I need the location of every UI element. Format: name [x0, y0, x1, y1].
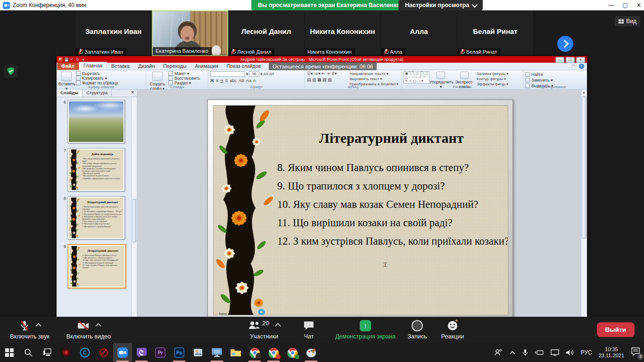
participant-tile[interactable]: Никита КононихинНикита Кононихин	[305, 10, 381, 56]
viber-app-icon[interactable]	[132, 343, 151, 362]
font-name-combobox[interactable]	[210, 71, 245, 77]
participants-count: 20	[262, 320, 269, 327]
ribbon-tab-дизайн[interactable]: Дизайн	[134, 63, 159, 70]
chrome-profile3-icon[interactable]	[283, 343, 302, 362]
zoom-app-icon[interactable]	[113, 343, 132, 362]
participants-button[interactable]: 20 Участники	[238, 320, 290, 340]
ribbon-tab-главная[interactable]: Главная	[79, 62, 107, 70]
slide-thumbnail[interactable]	[67, 100, 125, 143]
collapse-ribbon-icon[interactable]: ◠	[571, 64, 575, 69]
copy-button[interactable]: Копировать ▾	[76, 76, 144, 81]
ppt-restore-button[interactable]: ❐	[566, 57, 575, 63]
my-computer-icon[interactable]	[207, 343, 226, 362]
powerpoint-titlebar[interactable]: P 💾 ↶ ↻ ▾ Андрей Чайковський.За сестрою …	[57, 56, 587, 63]
font-style-button[interactable]: Аа	[246, 78, 251, 83]
power-tray-icon[interactable]	[535, 350, 544, 355]
chat-button[interactable]: Чат	[297, 320, 321, 340]
record-button[interactable]: Запись	[403, 320, 431, 340]
minimize-button[interactable]: —	[609, 2, 614, 8]
audio-options-chevron[interactable]	[35, 323, 41, 329]
ccleaner-app-icon[interactable]: C	[75, 343, 94, 362]
view-layout-button[interactable]: Вид	[615, 16, 640, 26]
shrink-font-icon[interactable]: А˅	[269, 72, 274, 76]
ribbon-tab-переходы[interactable]: Переходы	[159, 63, 190, 70]
font-style-button[interactable]: Ж	[210, 78, 214, 83]
notification-center-button[interactable]: 3	[631, 347, 640, 358]
tab-outline[interactable]: Структура	[83, 90, 112, 97]
text-direction-button[interactable]: Направление текста ▾	[350, 71, 398, 76]
start-video-button[interactable]: Включить видео	[60, 320, 117, 340]
leave-button[interactable]: Выйти	[597, 322, 635, 337]
shape-fill-button[interactable]: Заливка фигуры ▾	[477, 71, 508, 76]
reset-button[interactable]: Восстановить	[168, 76, 206, 81]
chrome-profile2-icon[interactable]	[264, 343, 283, 362]
participant-tile[interactable]: АллаАлла	[381, 10, 457, 56]
microphone-tray-icon[interactable]	[522, 349, 528, 356]
participant-tile[interactable]: Екатерина Василенко	[152, 10, 228, 56]
people-tray-icon[interactable]	[494, 349, 503, 356]
shapes-gallery[interactable]: ▣ ╲ ╲ ▭ ◯ ▢ △ ⌐ ⌐ ⇨ ⇩ ◠ ✎ ∿ ( ) ☆ ▾	[404, 71, 429, 83]
photoshop-app-icon[interactable]: Ps	[170, 343, 189, 362]
display-tray-icon[interactable]	[551, 349, 559, 356]
search-icon[interactable]	[19, 343, 38, 362]
participants-chevron[interactable]	[275, 323, 281, 329]
file-explorer-icon[interactable]	[226, 343, 245, 362]
slide-thumbnail[interactable]: Літературний диктант8. Яким чином Павлус…	[67, 244, 126, 288]
font-style-button[interactable]: abc	[230, 78, 237, 83]
replace-button[interactable]: Заменить ▾	[525, 78, 578, 82]
start-icon[interactable]	[0, 343, 19, 362]
pane-scrollbar[interactable]	[131, 97, 137, 318]
ribbon-tab-файл[interactable]: Файл	[57, 63, 79, 70]
find-button[interactable]: Найти	[525, 72, 578, 77]
ribbon-tab-показ-слайдов[interactable]: Показ слайдов	[223, 63, 265, 70]
font-size-combobox[interactable]: 36	[249, 71, 259, 77]
ppt-minimize-button[interactable]: —	[555, 57, 564, 63]
cut-button[interactable]: Вырезать	[76, 71, 144, 76]
font-style-button[interactable]: АВ	[239, 78, 244, 83]
task-view-icon[interactable]	[38, 343, 57, 362]
unmute-button[interactable]: Включить звук	[4, 320, 56, 340]
close-button[interactable]: ✕	[636, 2, 641, 8]
blocked-app-icon[interactable]	[94, 343, 113, 362]
volume-tray-icon[interactable]	[566, 349, 574, 356]
security-app-icon[interactable]	[57, 343, 75, 362]
taskbar-clock[interactable]: 10:35 23.11.2021	[599, 346, 624, 359]
ribbon-tab-вставка[interactable]: Вставка	[107, 63, 134, 70]
chrome-profile1-icon[interactable]	[245, 343, 264, 362]
premiere-app-icon[interactable]: Pr	[151, 343, 170, 362]
help-icon[interactable]: ?	[579, 64, 584, 69]
slide-thumbnail[interactable]: Літературний диктант1. Чия козацька роди…	[67, 196, 125, 239]
slide-question-list[interactable]: 8. Яким чином Павлусь опинився в степу?9…	[277, 161, 508, 253]
font-style-button[interactable]: К	[216, 78, 218, 83]
next-participants-button[interactable]	[557, 36, 573, 52]
language-indicator[interactable]: РУС	[581, 349, 592, 356]
shape-outline-button[interactable]: Контур фигуры ▾	[477, 76, 508, 82]
scrollbar-thumb[interactable]	[582, 96, 586, 239]
current-slide[interactable]: Літературний диктант 8. Яким чином Павлу…	[213, 105, 508, 315]
slide-title[interactable]: Літературний диктант	[284, 130, 498, 146]
tray-expand-chevron-icon[interactable]	[509, 350, 516, 355]
share-screen-button[interactable]: ↑ Демонстрация экрана	[328, 320, 403, 340]
close-pane-icon[interactable]: ✕	[128, 90, 137, 97]
scroll-up-icon[interactable]: ▲	[582, 90, 586, 94]
font-style-button[interactable]: S	[225, 78, 228, 83]
align-text-button[interactable]: Выровнять текст ▾	[350, 76, 398, 82]
slide-thumbnail[interactable]: Дайте відповідь• Хто є представником укр…	[67, 148, 125, 191]
layout-button[interactable]: Макет ▾	[168, 71, 206, 76]
canvas-scrollbar[interactable]: ▲	[581, 90, 587, 318]
paint-app-icon[interactable]	[302, 343, 321, 362]
maximize-button[interactable]: ▢	[623, 2, 628, 8]
reactions-button[interactable]: + Реакции	[436, 320, 469, 340]
photo-viewer-icon[interactable]	[189, 343, 207, 362]
font-style-button[interactable]: А	[253, 78, 256, 83]
view-settings-button[interactable]: Настройки просмотра	[398, 0, 483, 10]
grow-font-icon[interactable]: А˄	[264, 72, 269, 76]
ribbon-tab-анимация[interactable]: Анимация	[190, 63, 222, 70]
participant-tile[interactable]: Заплаткин ИванЗаплаткин Иван	[75, 10, 152, 56]
video-options-chevron[interactable]	[95, 323, 101, 329]
font-style-button[interactable]: Ч	[220, 78, 223, 83]
ppt-close-button[interactable]: ✕	[576, 57, 585, 63]
participant-tile[interactable]: Лесной ДанилЛесной Данил	[228, 10, 305, 56]
participant-tile[interactable]: Белай РинатБелай Ринат	[457, 10, 534, 56]
tab-slides[interactable]: Слайды	[57, 90, 83, 97]
